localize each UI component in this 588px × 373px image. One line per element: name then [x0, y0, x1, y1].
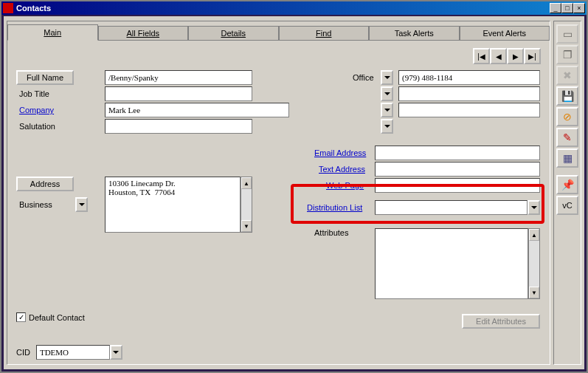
address-type-dropdown[interactable]	[75, 197, 88, 212]
company-field[interactable]	[105, 103, 289, 117]
cancel-button[interactable]: ⊘	[556, 107, 578, 126]
last-record-button[interactable]: ▶|	[524, 48, 541, 64]
scroll-down-icon[interactable]: ▼	[241, 220, 252, 232]
pushpin-icon: 📌	[561, 179, 574, 191]
distribution-list-link[interactable]: Distribution List	[307, 203, 362, 212]
office-label: Office	[353, 73, 374, 82]
distribution-list-field[interactable]	[375, 200, 528, 215]
salutation-field[interactable]	[105, 119, 252, 134]
distribution-list-dropdown[interactable]	[528, 200, 540, 215]
full-name-field[interactable]	[105, 70, 252, 85]
tab-all-fields[interactable]: All Fields	[98, 26, 189, 41]
tab-main[interactable]: Main	[7, 24, 98, 41]
attributes-scrollbar[interactable]: ▲ ▼	[528, 228, 540, 299]
cid-field[interactable]	[36, 345, 110, 360]
tab-event-alerts[interactable]: Event Alerts	[460, 26, 550, 41]
first-record-button[interactable]: |◀	[473, 48, 490, 64]
delete-record-button[interactable]: ✖	[556, 66, 578, 85]
email-address-link[interactable]: Email Address	[314, 148, 366, 157]
tab-strip: Main All Fields Details Find Task Alerts…	[7, 24, 550, 41]
phone-1-field[interactable]	[398, 70, 540, 85]
contacts-window: Contacts _ □ × Main All Fields Details F…	[0, 0, 588, 373]
copy-record-button[interactable]: ❐	[556, 45, 578, 64]
address-field[interactable]	[105, 177, 241, 233]
new-record-button[interactable]: ▭	[556, 24, 578, 44]
prev-record-button[interactable]: ◀	[490, 48, 507, 64]
attach-button[interactable]: 📌	[556, 175, 578, 194]
record-nav: |◀ ◀ ▶ ▶|	[473, 48, 541, 64]
app-icon	[3, 3, 13, 13]
edit-attributes-button[interactable]: Edit Attributes	[462, 314, 540, 329]
text-address-field[interactable]	[375, 162, 540, 177]
copy-icon: ❐	[563, 49, 573, 61]
attributes-label: Attributes	[314, 228, 348, 237]
properties-icon: ▦	[563, 152, 573, 164]
cancel-icon: ⊘	[563, 111, 572, 123]
default-contact-checkbox[interactable]: ✓ Default Contact	[16, 312, 85, 322]
edit-icon: ✎	[563, 131, 572, 143]
job-title-label: Job Title	[19, 89, 49, 98]
side-toolbar: ▭ ❐ ✖ 💾 ⊘ ✎ ▦ 📌 vC	[553, 21, 581, 365]
edit-button[interactable]: ✎	[556, 128, 578, 147]
company-link[interactable]: Company	[19, 106, 54, 114]
checkbox-icon: ✓	[16, 312, 26, 322]
address-type-label: Business	[19, 200, 52, 209]
web-page-field[interactable]	[375, 178, 540, 193]
tab-details[interactable]: Details	[188, 26, 279, 41]
phone-type-3-dropdown[interactable]	[381, 103, 393, 117]
tab-task-alerts[interactable]: Task Alerts	[369, 26, 460, 41]
web-page-link[interactable]: Web Page	[326, 181, 364, 190]
vcard-button[interactable]: vC	[556, 196, 578, 215]
x-icon: ✖	[563, 69, 572, 81]
tab-panel: Main All Fields Details Find Task Alerts…	[7, 21, 550, 365]
properties-button[interactable]: ▦	[556, 148, 578, 168]
cid-label: CID	[16, 348, 30, 357]
tab-find[interactable]: Find	[279, 26, 370, 41]
minimize-button[interactable]: _	[550, 3, 561, 13]
phone-type-4-dropdown[interactable]	[381, 119, 393, 134]
scroll-up-icon[interactable]: ▲	[241, 177, 252, 189]
vcard-label: vC	[562, 201, 572, 210]
maximize-button[interactable]: □	[561, 3, 573, 13]
job-title-field[interactable]	[105, 86, 252, 101]
cid-dropdown[interactable]	[110, 345, 122, 360]
salutation-label: Salutation	[19, 122, 55, 131]
save-icon: 💾	[561, 90, 574, 102]
titlebar: Contacts _ □ ×	[1, 1, 587, 15]
window-title: Contacts	[16, 4, 550, 13]
page-icon: ▭	[563, 28, 573, 40]
address-scrollbar[interactable]: ▲ ▼	[241, 177, 252, 233]
phone-type-1-dropdown[interactable]	[381, 70, 393, 85]
next-record-button[interactable]: ▶	[507, 48, 524, 64]
text-address-link[interactable]: Text Address	[319, 165, 365, 174]
close-button[interactable]: ×	[573, 3, 585, 13]
scroll-down-icon[interactable]: ▼	[529, 287, 539, 298]
attributes-field[interactable]	[375, 228, 528, 299]
scroll-up-icon[interactable]: ▲	[529, 229, 539, 241]
phone-2-field[interactable]	[398, 86, 540, 101]
address-button[interactable]: Address	[16, 177, 74, 191]
phone-3-field[interactable]	[398, 103, 540, 117]
phone-type-2-dropdown[interactable]	[381, 86, 393, 101]
full-name-button[interactable]: Full Name	[16, 70, 74, 85]
email-field[interactable]	[375, 146, 540, 160]
save-button[interactable]: 💾	[556, 86, 578, 106]
